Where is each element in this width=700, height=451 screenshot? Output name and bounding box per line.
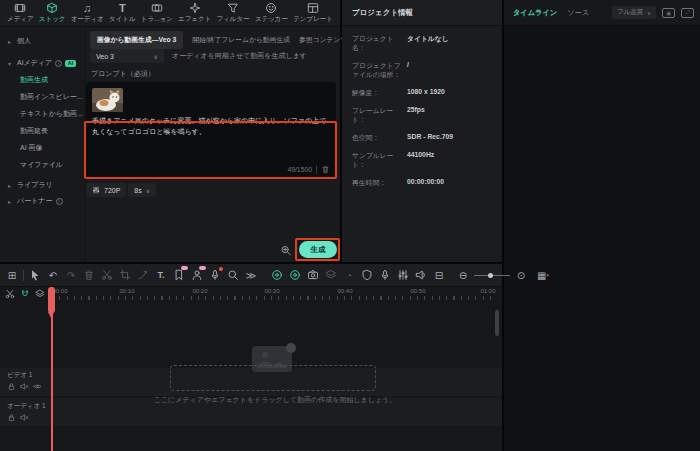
tab-stock[interactable]: ストック xyxy=(39,2,66,24)
select-tool-icon[interactable] xyxy=(28,268,42,282)
redo-icon[interactable]: ↷ xyxy=(64,268,78,282)
tab-filter[interactable]: フィルター xyxy=(217,2,250,24)
more-tools-icon[interactable]: ≫ xyxy=(244,268,258,282)
drop-target-outline[interactable] xyxy=(170,365,376,391)
track-manager-icon[interactable] xyxy=(34,288,46,300)
lock-icon[interactable] xyxy=(7,382,16,391)
mute-icon[interactable] xyxy=(20,413,29,422)
ruler-tick: 01:00 xyxy=(480,288,495,294)
media-browser-icon[interactable]: ⊞ xyxy=(5,268,19,282)
undo-icon[interactable]: ↶ xyxy=(46,268,60,282)
model-hint: オーディオを同期させて動画を生成します xyxy=(172,51,307,61)
field-framerate: フレームレート：25fps xyxy=(352,106,494,124)
split-icon[interactable] xyxy=(100,268,114,282)
display-mode-icon[interactable]: ▣ xyxy=(662,8,675,18)
ai-copilot-icon[interactable] xyxy=(288,268,302,282)
timeline-zoom-slider[interactable] xyxy=(474,269,510,281)
sidebar-item-ai-image[interactable]: AI 画像 xyxy=(0,139,85,156)
tab-source[interactable]: ソース xyxy=(567,8,589,18)
avatar-tool-icon[interactable] xyxy=(190,268,204,282)
field-duration: 再生時間：00:00:00:00 xyxy=(352,178,494,187)
lock-icon[interactable] xyxy=(7,413,16,422)
tab-transition[interactable]: トラ...ョン xyxy=(141,2,173,24)
duration-select[interactable]: 8s∨ xyxy=(128,183,156,197)
shield-denoise-icon[interactable] xyxy=(360,268,374,282)
prompt-input[interactable]: 手描きアニメ風のタッチに変更。猫が窓から家の中に入り、ソファの上で丸くなってゴロ… xyxy=(86,82,336,178)
sidebar-item-my-files[interactable]: マイファイル xyxy=(0,156,85,173)
video-track-controls xyxy=(7,382,42,391)
eye-icon[interactable] xyxy=(33,382,42,391)
ruler-minor-ticks xyxy=(52,296,497,300)
playhead-handle[interactable] xyxy=(48,287,55,313)
audio-mixer-icon[interactable] xyxy=(396,268,410,282)
keyframe-icon[interactable] xyxy=(324,268,338,282)
stock-sidebar: ▸個人 ▾AIメディアiAI 動画生成 動画インスピレー... テキストから動画… xyxy=(0,27,86,262)
tab-timeline[interactable]: タイムライン xyxy=(513,8,557,18)
main-toolbar: メディア ストック ♫オーディオ Tタイトル トラ...ョン エフェクト フィル… xyxy=(0,0,340,27)
output-settings: 720P 8s∨ xyxy=(86,183,156,197)
sidebar-group-library[interactable]: ▸ライブラリ xyxy=(0,177,85,193)
prompt-enhance-icon[interactable] xyxy=(280,244,292,256)
ruler-tick: 00:50 xyxy=(410,288,425,294)
preview-header: タイムライン ソース フル品質∨ ▣ ⤢ xyxy=(504,0,700,26)
crop-icon[interactable] xyxy=(118,268,132,282)
timeline-scrollbar[interactable] xyxy=(495,310,499,336)
audio-track-controls xyxy=(7,413,29,422)
reference-image-cat[interactable] xyxy=(92,88,123,112)
speed-ramp-icon[interactable] xyxy=(136,268,150,282)
render-preview-icon[interactable]: ⊟ xyxy=(432,268,446,282)
generate-button[interactable]: 生成 xyxy=(299,241,337,258)
playback-quality-select[interactable]: フル品質∨ xyxy=(612,6,656,19)
marker-icon[interactable] xyxy=(172,268,186,282)
ruler-tick: 00:40 xyxy=(337,288,352,294)
tab-sticker[interactable]: ステッカー xyxy=(255,2,288,24)
tab-template[interactable]: テンプレート xyxy=(293,2,333,24)
model-select[interactable]: Veo 3∨ xyxy=(90,49,164,63)
stock-icon xyxy=(46,2,58,14)
new-feature-badge xyxy=(181,266,188,270)
zoom-tool-icon[interactable] xyxy=(226,268,240,282)
ai-assistant-icon[interactable] xyxy=(270,268,284,282)
loop-icon[interactable]: ◔ xyxy=(342,268,356,282)
voice-record-icon[interactable] xyxy=(208,268,222,282)
timeline-toolbar: ⊞ ↶ ↷ T. ≫ ◔ ⊟ ⊖ ⊙ xyxy=(0,264,502,287)
slider-knob[interactable] xyxy=(488,273,493,278)
track-height-icon[interactable]: ▦▾ xyxy=(536,268,550,282)
tab-media[interactable]: メディア xyxy=(7,2,34,24)
tab-audio[interactable]: ♫オーディオ xyxy=(71,2,104,24)
snapshot-icon[interactable] xyxy=(306,268,320,282)
sidebar-item-video-inspiration[interactable]: 動画インスピレー... xyxy=(0,88,85,105)
tab-start-end-frame[interactable]: 開始/終了フレームから動画生成 xyxy=(192,35,290,45)
snapping-magnet-icon[interactable] xyxy=(19,288,31,300)
sidebar-group-personal[interactable]: ▸個人 xyxy=(0,33,85,49)
sidebar-group-ai-media[interactable]: ▾AIメディアiAI xyxy=(0,55,85,71)
fit-timeline-icon[interactable]: ⊙ xyxy=(514,268,528,282)
resolution-select[interactable]: 720P xyxy=(86,183,126,197)
timeline-ruler[interactable]: 00:00 00:10 00:20 00:30 00:40 00:50 01:0… xyxy=(0,287,502,301)
tab-effect[interactable]: エフェクト xyxy=(178,2,211,24)
clear-prompt-trash-icon[interactable] xyxy=(321,165,330,174)
chevron-down-icon: ∨ xyxy=(146,187,150,194)
tab-image-to-video-veo3[interactable]: 画像から動画生成—Veo 3 xyxy=(90,31,183,49)
microphone-icon[interactable] xyxy=(378,268,392,282)
filmora-app: メディア ストック ♫オーディオ Tタイトル トラ...ョン エフェクト フィル… xyxy=(0,0,700,451)
field-project-name: プロジェクト名：タイトルなし xyxy=(352,34,494,52)
sidebar-item-video-extend[interactable]: 動画延長 xyxy=(0,122,85,139)
sidebar-item-text-to-video[interactable]: テキストから動画... xyxy=(0,105,85,122)
timeline-empty-hint: ここにメディアやエフェクトをドラッグして動画の作成を開始しましょう。 xyxy=(60,395,490,405)
text-tool-icon[interactable]: T. xyxy=(154,268,168,282)
chevron-right-icon: ▸ xyxy=(8,182,14,189)
sidebar-group-partner[interactable]: ▸パートナーi xyxy=(0,193,85,209)
mute-icon[interactable] xyxy=(20,382,29,391)
delete-icon[interactable] xyxy=(82,268,96,282)
zoom-out-icon[interactable]: ⊖ xyxy=(456,268,470,282)
speaker-icon[interactable] xyxy=(414,268,428,282)
project-info-title: プロジェクト情報 xyxy=(342,0,502,26)
fullscreen-icon[interactable]: ⤢ xyxy=(681,8,694,18)
tab-title[interactable]: Tタイトル xyxy=(109,2,136,24)
sidebar-item-video-generation[interactable]: 動画生成 xyxy=(0,71,85,88)
chevron-down-icon: ▾ xyxy=(8,60,14,67)
video-generation-content: 画像から動画生成—Veo 3 開始/終了フレームから動画生成 参照コンテンツか.… xyxy=(86,27,340,262)
prompt-text[interactable]: 手描きアニメ風のタッチに変更。猫が窓から家の中に入り、ソファの上で丸くなってゴロ… xyxy=(92,116,330,137)
ripple-edit-icon[interactable] xyxy=(4,288,16,300)
